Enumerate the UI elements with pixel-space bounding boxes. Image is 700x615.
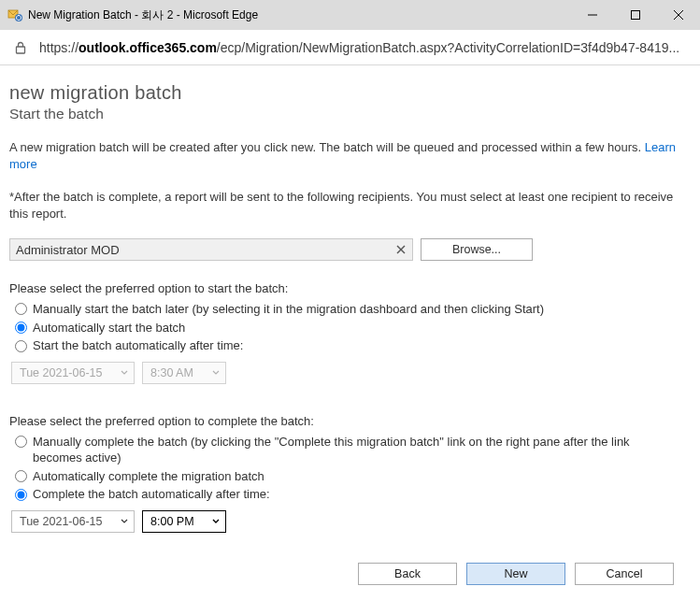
complete-option-auto-label: Automatically complete the migration bat… [33, 468, 264, 485]
url-prefix: https:// [39, 40, 79, 55]
start-date-dropdown[interactable]: Tue 2021-06-15 [11, 362, 135, 384]
start-option-after[interactable]: Start the batch automatically after time… [15, 337, 691, 354]
complete-option-manual[interactable]: Manually complete the batch (by clicking… [15, 434, 691, 466]
recipient-value: Administrator MOD [16, 243, 120, 257]
title-left: New Migration Batch - 회사 2 - Microsoft E… [7, 7, 258, 23]
start-datetime-row: Tue 2021-06-15 8:30 AM [11, 362, 691, 384]
recipient-row: Administrator MOD Browse... [9, 238, 691, 261]
complete-option-manual-label: Manually complete the batch (by clicking… [33, 434, 631, 466]
browse-button[interactable]: Browse... [421, 238, 533, 261]
start-option-manual-label: Manually start the batch later (by selec… [33, 301, 544, 318]
url-path: /ecp/Migration/NewMigrationBatch.aspx?Ac… [217, 40, 679, 55]
page-heading: new migration batch [9, 82, 691, 104]
wizard-footer: Back New Cancel [9, 555, 691, 606]
complete-option-auto[interactable]: Automatically complete the migration bat… [15, 468, 691, 485]
start-time-dropdown[interactable]: 8:30 AM [142, 362, 226, 384]
complete-radios: Manually complete the batch (by clicking… [9, 434, 691, 503]
complete-datetime-row: Tue 2021-06-15 8:00 PM [11, 510, 691, 533]
start-radio-after[interactable] [15, 340, 27, 352]
start-date-value: Tue 2021-06-15 [20, 366, 103, 379]
page-content: new migration batch Start the batch A ne… [0, 65, 700, 615]
complete-radio-auto[interactable] [15, 470, 27, 482]
recipient-field[interactable]: Administrator MOD [9, 238, 413, 261]
start-radios: Manually start the batch later (by selec… [9, 301, 691, 354]
chevron-down-icon [212, 369, 220, 377]
address-bar: https://outlook.office365.com/ecp/Migrat… [0, 30, 700, 65]
new-button[interactable]: New [466, 563, 565, 585]
complete-option-after-label: Complete the batch automatically after t… [33, 486, 270, 503]
minimize-button[interactable] [571, 0, 614, 30]
intro-paragraph: A new migration batch will be created af… [9, 139, 691, 172]
complete-date-value: Tue 2021-06-15 [20, 515, 103, 528]
url-host: outlook.office365.com [79, 40, 217, 55]
svg-rect-7 [17, 47, 25, 53]
start-section-label: Please select the preferred option to st… [9, 281, 691, 295]
titlebar: New Migration Batch - 회사 2 - Microsoft E… [0, 0, 700, 30]
window: New Migration Batch - 회사 2 - Microsoft E… [0, 0, 700, 615]
maximize-button[interactable] [614, 0, 657, 30]
start-radio-manual[interactable] [15, 303, 27, 315]
window-title: New Migration Batch - 회사 2 - Microsoft E… [28, 7, 258, 23]
window-controls [571, 0, 700, 30]
start-time-value: 8:30 AM [150, 366, 193, 379]
app-icon [7, 7, 22, 22]
complete-section-label: Please select the preferred option to co… [9, 414, 691, 428]
start-option-auto-label: Automatically start the batch [33, 320, 185, 336]
close-button[interactable] [657, 0, 700, 30]
chevron-down-icon [121, 518, 128, 525]
intro-text: A new migration batch will be created af… [9, 140, 641, 154]
start-option-manual[interactable]: Manually start the batch later (by selec… [15, 301, 691, 318]
complete-option-after[interactable]: Complete the batch automatically after t… [15, 486, 691, 503]
clear-recipient-icon[interactable] [393, 242, 408, 257]
url-text[interactable]: https://outlook.office365.com/ecp/Migrat… [39, 40, 687, 55]
start-option-after-label: Start the batch automatically after time… [33, 337, 243, 354]
cancel-button[interactable]: Cancel [575, 563, 674, 585]
page-body: A new migration batch will be created af… [9, 139, 691, 533]
report-note: *After the batch is complete, a report w… [9, 189, 691, 222]
lock-icon [13, 40, 28, 55]
complete-date-dropdown[interactable]: Tue 2021-06-15 [11, 510, 135, 533]
start-option-auto[interactable]: Automatically start the batch [15, 320, 691, 336]
page-subheading: Start the batch [9, 106, 691, 122]
complete-radio-after[interactable] [15, 489, 27, 501]
back-button[interactable]: Back [358, 563, 457, 585]
complete-time-value: 8:00 PM [150, 515, 194, 528]
complete-time-dropdown[interactable]: 8:00 PM [142, 510, 226, 533]
svg-rect-4 [632, 11, 640, 20]
chevron-down-icon [121, 369, 128, 377]
start-radio-auto[interactable] [15, 322, 27, 334]
complete-radio-manual[interactable] [15, 436, 27, 448]
chevron-down-icon [212, 518, 220, 525]
